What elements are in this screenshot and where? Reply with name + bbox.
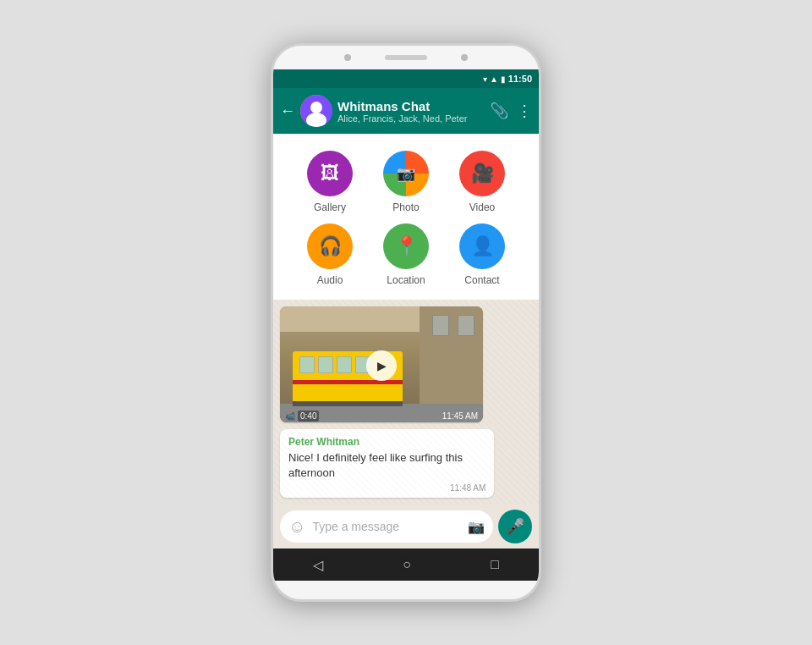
attach-audio[interactable]: 🎧 Audio [300,223,359,286]
video-duration: 0:40 [298,411,319,422]
svg-point-1 [310,102,322,113]
header-actions: 📎 ⋮ [490,102,532,120]
status-bar: ▾ ▲ ▮ 11:50 [273,69,539,88]
attachment-row-2: 🎧 Audio 📍 Location 👤 Contact [282,223,530,286]
audio-label: Audio [317,274,343,286]
emoji-button[interactable]: ☺ [288,517,305,537]
play-icon: ▶ [377,359,387,372]
phone-bottom-bar [273,581,539,599]
attach-video[interactable]: 🎥 Video [453,151,512,213]
attach-contact[interactable]: 👤 Contact [453,223,512,286]
avatar [300,95,332,127]
phone-top-bar [273,46,539,69]
location-label: Location [387,274,425,286]
camera-button[interactable]: 📷 [468,519,485,535]
header-info: Whitmans Chat Alice, Francis, Jack, Ned,… [337,99,485,124]
photo-label: Photo [392,201,419,213]
chat-header: ← Whitmans Chat Alice, Francis, Jack, Ne… [273,88,539,134]
attachment-menu: 🖼 Gallery 📷 Photo 🎥 Video [273,134,539,300]
phone-screen: ▾ ▲ ▮ 11:50 ← Whitmans Chat Alice, Franc… [273,69,539,581]
wifi-icon: ▾ [483,74,487,84]
location-icon-circle: 📍 [383,223,429,269]
photo-icon-circle: 📷 [383,151,429,196]
nav-back-button[interactable]: ◁ [313,557,323,573]
location-icon: 📍 [395,235,418,257]
mic-button[interactable]: 🎤 [498,510,532,543]
video-meta: 📹 0:40 11:45 AM [285,411,478,422]
video-message-bubble: ▶ 📹 0:40 11:45 AM [280,306,483,422]
chat-members: Alice, Francis, Jack, Ned, Peter [337,113,485,124]
message-input-wrap[interactable]: ☺ Type a message 📷 [280,510,493,543]
video-icon: 🎥 [471,163,494,185]
signal-icon: ▲ [490,74,498,84]
contact-icon: 👤 [471,235,494,257]
attach-photo[interactable]: 📷 Photo [376,151,436,213]
gallery-icon-circle: 🖼 [307,151,353,196]
message-sender: Peter Whitman [288,436,486,448]
attachment-row-1: 🖼 Gallery 📷 Photo 🎥 Video [282,151,530,213]
attach-icon[interactable]: 📎 [490,102,508,120]
video-icon-circle: 🎥 [459,151,505,196]
phone-camera [344,54,351,61]
attach-gallery[interactable]: 🖼 Gallery [300,151,359,213]
contact-label: Contact [464,274,499,286]
chat-name: Whitmans Chat [337,99,485,113]
attach-location[interactable]: 📍 Location [376,223,436,286]
audio-icon-circle: 🎧 [307,223,353,269]
mic-icon: 🎤 [506,517,524,536]
phone-navigation: ◁ ○ □ [273,549,539,581]
messages-area: ▶ 📹 0:40 11:45 AM Peter Whitman Nice! I … [273,300,539,504]
phone-sensor [461,54,468,61]
phone-speaker [385,55,427,60]
message-text: Nice! I definitely feel like surfing thi… [288,450,486,481]
back-button[interactable]: ← [280,102,295,120]
play-button[interactable]: ▶ [366,350,397,381]
video-label: Video [469,201,495,213]
gallery-icon: 🖼 [321,163,339,185]
input-bar: ☺ Type a message 📷 🎤 [273,504,539,549]
photo-icon: 📷 [397,164,415,183]
audio-icon: 🎧 [319,235,342,257]
text-message-bubble: Peter Whitman Nice! I definitely feel li… [280,429,494,498]
contact-icon-circle: 👤 [459,223,505,269]
status-time: 11:50 [508,74,532,84]
video-thumbnail[interactable]: ▶ 📹 0:40 11:45 AM [280,306,483,422]
message-input[interactable]: Type a message [312,520,461,533]
status-icons: ▾ ▲ ▮ 11:50 [483,74,532,84]
phone-device: ▾ ▲ ▮ 11:50 ← Whitmans Chat Alice, Franc… [271,43,541,602]
message-time: 11:48 AM [288,483,486,493]
more-icon[interactable]: ⋮ [517,102,532,120]
nav-recent-button[interactable]: □ [491,557,499,572]
battery-icon: ▮ [501,74,506,84]
video-camera-icon: 📹 [285,411,295,421]
gallery-label: Gallery [314,201,346,213]
video-timestamp: 11:45 AM [442,411,478,421]
nav-home-button[interactable]: ○ [403,557,411,572]
